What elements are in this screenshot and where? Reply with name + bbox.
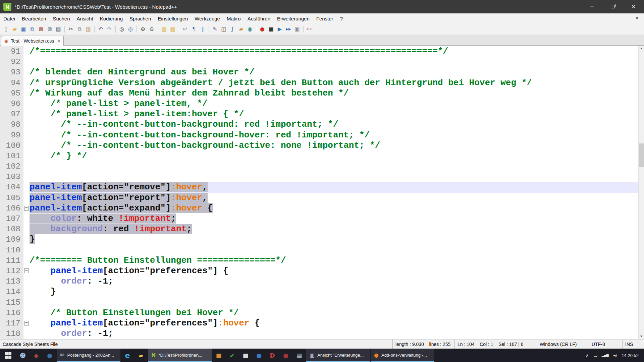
pinned-app-2-icon[interactable]: ◆: [30, 349, 43, 362]
scroll-down-icon[interactable]: ▼: [639, 334, 644, 339]
line-number[interactable]: 94: [0, 78, 23, 88]
stop-macro-icon[interactable]: ■: [267, 25, 275, 33]
code-line-118[interactable]: 118 order: -1;: [0, 328, 638, 339]
line-number[interactable]: 91: [0, 46, 23, 57]
fold-margin[interactable]: −: [23, 318, 30, 328]
code-text[interactable]: }: [30, 234, 638, 245]
line-number[interactable]: 113: [0, 276, 23, 287]
line-number[interactable]: 110: [0, 245, 23, 255]
code-text[interactable]: panel-item[action="expand"]:hover {: [30, 203, 638, 214]
antivirus-app-icon[interactable]: ✔: [225, 349, 239, 362]
code-text[interactable]: /* --in-content-button-background-active…: [30, 140, 638, 151]
code-line-116[interactable]: 116 /* Button Einstellungen bei Hover */: [0, 308, 638, 318]
code-line-104[interactable]: 104panel-item[action="remove"]:hover,: [0, 182, 638, 192]
save-all-icon[interactable]: ⧉: [28, 25, 36, 33]
code-line-109[interactable]: 109}: [0, 234, 638, 245]
line-number[interactable]: 106: [0, 203, 23, 214]
run-macro-multiple-icon[interactable]: ▶▶: [284, 25, 292, 33]
code-line-102[interactable]: 102: [0, 161, 638, 172]
code-text[interactable]: [30, 57, 638, 67]
menu-item-makro[interactable]: Makro: [223, 13, 244, 23]
code-text[interactable]: /* Button Einstellungen bei Hover */: [30, 308, 638, 318]
code-line-114[interactable]: 114 }: [0, 287, 638, 297]
code-line-103[interactable]: 103: [0, 172, 638, 182]
ansicht-window-button[interactable]: ▣Ansicht "Erweiterunge...: [306, 349, 370, 362]
user-language-icon[interactable]: ✎: [211, 25, 219, 33]
menu-item-hilfe[interactable]: ?: [337, 13, 346, 23]
code-line-111[interactable]: 111/*======== Button Einstellungen =====…: [0, 255, 638, 266]
print-icon[interactable]: ▤: [54, 25, 62, 33]
code-text[interactable]: /*======================================…: [30, 46, 638, 57]
code-line-115[interactable]: 115: [0, 297, 638, 308]
tab-test-webseiten[interactable]: ▣ Test - Webseiten.css ×: [1, 36, 64, 46]
line-number[interactable]: 115: [0, 297, 23, 308]
cut-icon[interactable]: ✂: [67, 25, 75, 33]
code-text[interactable]: /* --in-content-button-background: red !…: [30, 119, 638, 130]
code-line-96[interactable]: 96 /* panel-list > panel-item, */: [0, 99, 638, 109]
code-line-106[interactable]: 106−panel-item[action="expand"]:hover {: [0, 203, 638, 214]
line-number[interactable]: 96: [0, 99, 23, 109]
code-text[interactable]: panel-item[action="preferences"]:hover {: [30, 318, 638, 328]
find-icon[interactable]: ◎: [118, 25, 126, 33]
code-text[interactable]: /* panel-list > panel-item, */: [30, 99, 638, 109]
line-number[interactable]: 101: [0, 151, 23, 161]
menu-item-suchen[interactable]: Suchen: [50, 13, 73, 23]
fold-collapse-icon[interactable]: −: [24, 268, 29, 273]
line-number[interactable]: 102: [0, 161, 23, 172]
menubar-close-icon[interactable]: ×: [630, 15, 644, 22]
line-number[interactable]: 107: [0, 214, 23, 224]
status-eol-format[interactable]: Windows (CR LF): [537, 340, 589, 349]
code-text[interactable]: }: [30, 287, 638, 297]
close-button[interactable]: ×: [623, 0, 644, 13]
restore-button[interactable]: [602, 0, 623, 13]
status-encoding[interactable]: UTF-8: [589, 340, 622, 349]
line-number[interactable]: 92: [0, 57, 23, 67]
menu-item-kodierung[interactable]: Kodierung: [97, 13, 126, 23]
sync-horizontal-icon[interactable]: ▥: [169, 25, 177, 33]
code-text[interactable]: panel-item[action="remove"]:hover,: [30, 182, 638, 192]
record-macro-icon[interactable]: ●: [258, 25, 266, 33]
menu-item-einstellungen[interactable]: Einstellungen: [154, 13, 191, 23]
code-line-100[interactable]: 100 /* --in-content-button-background-ac…: [0, 140, 638, 151]
status-insert-mode[interactable]: INS: [622, 340, 644, 349]
code-text[interactable]: /* blendet den Hintergrund aus bei Hover…: [30, 67, 638, 77]
code-text[interactable]: [30, 161, 638, 172]
tab-close-icon[interactable]: ×: [58, 38, 60, 44]
editor[interactable]: 91/*====================================…: [0, 46, 644, 339]
redo-icon[interactable]: ↷: [105, 25, 113, 33]
menu-item-erweiterungen[interactable]: Erweiterungen: [274, 13, 313, 23]
fold-collapse-icon[interactable]: −: [24, 321, 29, 325]
monitoring-icon[interactable]: ◉: [246, 25, 254, 33]
code-text[interactable]: /* Wirkung auf das Menü hinter dem Zahnr…: [30, 88, 638, 99]
menu-item-werkzeuge[interactable]: Werkzeuge: [191, 13, 223, 23]
save-macro-icon[interactable]: ▣: [293, 25, 301, 33]
code-text[interactable]: background: red !important;: [30, 224, 638, 234]
code-line-91[interactable]: 91/*====================================…: [0, 46, 638, 57]
close-all-icon[interactable]: ⊠: [46, 25, 54, 33]
function-list-icon[interactable]: ƒ: [228, 25, 236, 33]
menu-item-bearbeiten[interactable]: Bearbeiten: [18, 13, 50, 23]
code-text[interactable]: order: -1;: [30, 328, 638, 339]
vertical-scrollbar[interactable]: ▲ ▼: [638, 46, 644, 339]
code-line-105[interactable]: 105panel-item[action="report"]:hover,: [0, 193, 638, 203]
copy-icon[interactable]: ⧉: [75, 25, 84, 33]
code-text[interactable]: /* panel-list > panel-item:hover { */: [30, 109, 638, 119]
line-number[interactable]: 109: [0, 234, 23, 245]
line-number[interactable]: 104: [0, 182, 23, 192]
save-file-icon[interactable]: ▣: [19, 25, 28, 33]
zoom-out-icon[interactable]: ⊖: [148, 25, 156, 33]
line-number[interactable]: 100: [0, 140, 23, 151]
pinned-app-5-icon[interactable]: ■: [239, 349, 252, 362]
editor-lines[interactable]: 91/*====================================…: [0, 46, 638, 339]
code-text[interactable]: [30, 172, 638, 182]
line-number[interactable]: 111: [0, 255, 23, 266]
code-line-92[interactable]: 92: [0, 57, 638, 67]
show-all-characters-icon[interactable]: ¶: [190, 25, 198, 33]
code-text[interactable]: [30, 297, 638, 308]
scrollbar-thumb[interactable]: [639, 143, 644, 167]
sync-vertical-icon[interactable]: ▤: [160, 25, 168, 33]
pinned-app-4-icon[interactable]: ■: [212, 349, 225, 362]
line-number[interactable]: 95: [0, 88, 23, 99]
line-number[interactable]: 103: [0, 172, 23, 182]
line-number[interactable]: 99: [0, 130, 23, 140]
